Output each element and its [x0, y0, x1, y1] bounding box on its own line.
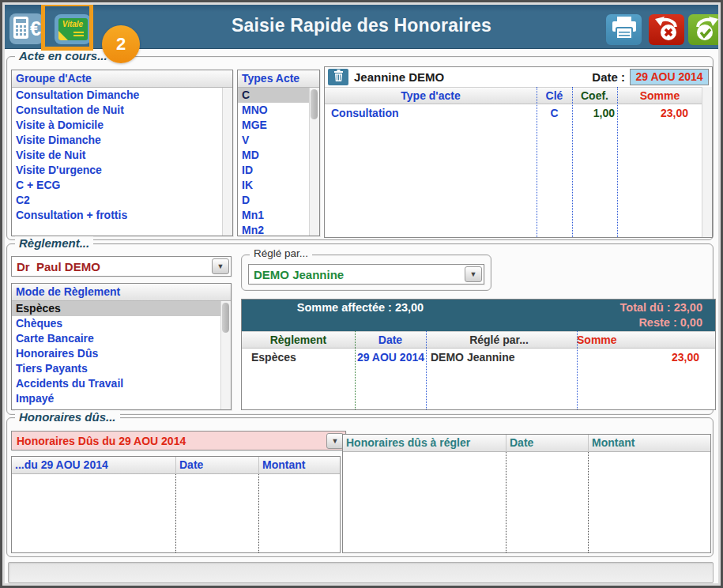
list-item[interactable]: Tiers Payants [12, 361, 231, 376]
column-header: Clé [537, 88, 572, 105]
cell-regle-par: DEMO Jeannine [431, 349, 571, 365]
list-item[interactable]: TIERS PAYANT [12, 406, 231, 409]
validate-check-icon [692, 15, 721, 45]
list-item[interactable]: D [238, 193, 319, 208]
honoraires-left-table: ...du 29 AOU 2014 Date Montant [11, 456, 341, 553]
section-label-honoraires: Honoraires dûs... [15, 410, 120, 424]
list-item[interactable]: Visite D'urgence [12, 163, 232, 178]
trash-icon [333, 70, 344, 85]
honoraires-combo[interactable]: Honoraires Dûs du 29 AOU 2014 ▼ [11, 431, 346, 450]
column-header: Montant [258, 457, 341, 474]
column-separator [572, 87, 573, 237]
list-item[interactable]: MGE [238, 118, 319, 133]
list-item[interactable]: MNO [238, 103, 319, 118]
column-header: Date [175, 457, 258, 474]
column-header: Coef. [572, 88, 617, 105]
status-bar [8, 562, 714, 583]
list-item[interactable]: Consultation + frottis [12, 208, 232, 223]
types-acte-items: C MNO MGE V MD ID IK D Mn1 Mn2 [238, 88, 319, 236]
reglement-table-row[interactable]: Espèces 29 AOU 2014 DEMO Jeannine 23,00 [242, 349, 715, 365]
reglement-table-header: Règlement Date Réglé par... Somme [242, 331, 715, 349]
list-item[interactable]: Consultation de Nuit [12, 103, 232, 118]
list-item[interactable]: Accidents du Travail [12, 376, 231, 391]
cell-reglement: Espèces [251, 349, 352, 365]
regle-par-label: Réglé par... [250, 247, 312, 259]
list-item[interactable]: Impayé [12, 391, 231, 406]
list-item[interactable]: Visite à Domicile [12, 118, 232, 133]
cell-cle: C [537, 105, 572, 121]
chevron-down-icon[interactable]: ▼ [212, 258, 229, 274]
list-item[interactable]: V [238, 133, 319, 148]
column-header: Type d'acte [325, 88, 537, 105]
regle-par-value: DEMO Jeannine [249, 268, 465, 281]
column-header: Réglé par... [426, 332, 572, 349]
cancel-undo-icon [653, 15, 681, 45]
column-separator [175, 474, 176, 552]
column-separator [537, 87, 537, 237]
list-item[interactable]: Visite Dimanche [12, 133, 232, 148]
regle-par-combo[interactable]: DEMO Jeannine ▼ [248, 264, 484, 285]
date-field[interactable]: 29 AOU 2014 [630, 69, 709, 85]
scrollbar-track[interactable] [702, 87, 712, 237]
honoraires-right-header: Honoraires dûs à régler Date Montant [343, 435, 710, 452]
acte-patient-row: Jeannine DEMO Date : 29 AOU 2014 [325, 67, 712, 87]
groupe-acte-list: Groupe d'Acte Consultation Dimanche Cons… [11, 70, 233, 236]
list-item[interactable]: Mn2 [238, 223, 319, 236]
reglement-table: Somme affectée : 23,00 Total dû : 23,00 … [241, 299, 716, 410]
scrollbar-track[interactable] [222, 88, 232, 236]
list-item[interactable]: MD [238, 148, 319, 163]
list-item[interactable]: Honoraires Dûs [12, 346, 231, 361]
print-button[interactable] [606, 14, 642, 45]
euro-icon: € [30, 17, 41, 40]
cell-coef: 1,00 [572, 105, 615, 121]
column-header: Somme [577, 332, 711, 349]
honoraires-combo-value: Honoraires Dûs du 29 AOU 2014 [12, 435, 326, 447]
column-separator [506, 452, 506, 552]
calculator-icon [13, 16, 29, 43]
section-reglement: Règlement... Dr Paul DEMO ▼ Mode de Règl… [6, 243, 714, 415]
list-item-selected[interactable]: C [238, 88, 319, 103]
types-acte-header: Types Acte [238, 70, 319, 88]
scrollbar-thumb[interactable] [222, 303, 229, 333]
column-header: ...du 29 AOU 2014 [12, 457, 175, 474]
groupe-acte-header: Groupe d'Acte [12, 70, 232, 88]
list-item[interactable]: C + ECG [12, 178, 232, 193]
column-header: Somme [617, 88, 702, 105]
reste: Reste : 0,00 [638, 316, 702, 329]
list-item[interactable]: Consultation Dimanche [12, 88, 232, 103]
list-item[interactable]: Mn1 [238, 208, 319, 223]
calculator-euro-button[interactable]: € [9, 13, 43, 44]
scrollbar-thumb[interactable] [311, 89, 318, 119]
column-separator [577, 331, 578, 409]
column-header: Honoraires dûs à régler [343, 435, 506, 452]
list-item[interactable]: Chèques [12, 316, 231, 331]
list-item[interactable]: Carte Bancaire [12, 331, 231, 346]
column-header: Date [355, 332, 426, 349]
scrollbar-track[interactable] [220, 301, 231, 409]
acte-table-header: Type d'acte Clé Coef. Somme [325, 87, 712, 104]
tutorial-highlight-rectangle [41, 2, 93, 51]
mode-reglement-header: Mode de Règlement [12, 284, 231, 301]
chevron-down-icon[interactable]: ▼ [326, 433, 344, 449]
list-item[interactable]: IK [238, 178, 319, 193]
regle-par-group: Réglé par... DEMO Jeannine ▼ [241, 254, 491, 291]
column-header: Règlement [242, 332, 355, 349]
column-separator [426, 331, 427, 409]
cancel-button[interactable] [649, 14, 684, 45]
acte-table-row[interactable]: Consultation C 1,00 23,00 [325, 105, 712, 121]
somme-affectee: Somme affectée : 23,00 [242, 301, 479, 314]
list-item[interactable]: ID [238, 163, 319, 178]
list-item-selected[interactable]: Espèces [12, 301, 231, 316]
scrollbar-track[interactable] [309, 88, 319, 236]
section-label-reglement: Règlement... [15, 236, 93, 250]
list-item[interactable]: C2 [12, 193, 232, 208]
validate-button[interactable] [688, 14, 723, 45]
praticien-value: Dr Paul DEMO [12, 260, 212, 273]
praticien-combo[interactable]: Dr Paul DEMO ▼ [11, 256, 232, 277]
acte-table: Jeannine DEMO Date : 29 AOU 2014 Type d'… [324, 66, 713, 238]
list-item[interactable]: Visite de Nuit [12, 148, 232, 163]
delete-acte-button[interactable] [328, 69, 348, 85]
chevron-down-icon[interactable]: ▼ [465, 266, 482, 282]
column-header: Montant [588, 435, 712, 452]
tutorial-step-badge: 2 [102, 25, 140, 63]
